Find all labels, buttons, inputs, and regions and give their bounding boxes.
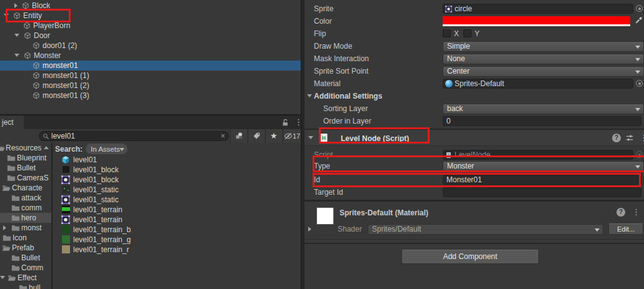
hierarchy-row-entity[interactable]: Entity	[0, 11, 301, 21]
hierarchy-row-playerborn[interactable]: PlayerBorn	[0, 21, 301, 31]
material-preview-thumbnail[interactable]	[316, 207, 334, 225]
order-in-layer-field[interactable]: 0	[443, 116, 641, 126]
hierarchy-row-monster01-1[interactable]: monster01 (1)	[0, 71, 301, 81]
sprite-object-field[interactable]: circle	[443, 4, 633, 14]
asset-row-level01-block-sprite[interactable]: level01_block	[53, 175, 301, 185]
draw-mode-dropdown[interactable]: Simple	[443, 41, 644, 52]
hierarchy-row-block[interactable]: Block	[0, 1, 301, 11]
folder-row-effect[interactable]: Effect	[0, 273, 51, 283]
help-icon[interactable]: ?	[616, 208, 625, 217]
presets-icon[interactable]	[625, 134, 634, 142]
folder-row-monster[interactable]: monst	[0, 223, 51, 233]
asset-row-level01-terrain-b[interactable]: level01_terrain_b	[53, 225, 301, 235]
asset-row-level01-block-tex[interactable]: level01_block	[53, 165, 301, 175]
help-icon[interactable]: ?	[612, 134, 621, 142]
asset-row-level01[interactable]: level01	[53, 155, 301, 165]
hierarchy-row-monster01-3[interactable]: monster01 (3)	[0, 91, 301, 100]
flip-y-checkbox[interactable]	[463, 29, 471, 37]
folder-row-prefab-bullet[interactable]: Bullet	[0, 253, 51, 263]
mask-interaction-dropdown[interactable]: None	[443, 54, 644, 64]
sorting-layer-dropdown[interactable]: back	[443, 104, 644, 114]
search-field[interactable]: ×	[39, 131, 229, 141]
asset-row-level01-static-tex[interactable]: level01_static	[53, 185, 301, 195]
folder-row-attack[interactable]: attack	[0, 193, 51, 203]
sprite-icon	[445, 6, 452, 12]
type-dropdown[interactable]: Monster	[443, 161, 644, 172]
shader-edit-button[interactable]: Edit...	[608, 223, 643, 235]
footer-separator	[304, 243, 644, 244]
search-clear-icon[interactable]: ×	[221, 131, 225, 141]
material-menu-icon[interactable]: ⋮	[632, 207, 640, 217]
mask-interaction-value: None	[447, 54, 465, 63]
collapse-arrow-icon[interactable]	[14, 3, 18, 8]
search-by-type-button[interactable]	[230, 129, 247, 143]
add-component-button[interactable]: Add Component	[401, 250, 539, 264]
component-menu-icon[interactable]: ⋮	[640, 133, 644, 143]
hidden-count-button[interactable]: 17	[283, 129, 301, 143]
gameobject-cube-icon	[33, 82, 40, 89]
hierarchy-row-monster01-2[interactable]: monster01 (2)	[0, 81, 301, 91]
object-picker-icon[interactable]	[636, 80, 643, 87]
folder-row-prefab[interactable]: Prefab	[0, 243, 51, 253]
id-field[interactable]: Monster01	[443, 175, 641, 185]
folder-open-icon	[2, 184, 11, 192]
folder-row-character[interactable]: Characte	[0, 183, 51, 193]
color-swatch[interactable]	[443, 16, 630, 26]
material-foldout-arrow-icon[interactable]	[308, 227, 311, 232]
folder-row-hero-selected[interactable]: hero	[0, 213, 51, 223]
expand-arrow-icon[interactable]	[4, 14, 9, 17]
folder-row-camera[interactable]: CameraS	[0, 173, 51, 183]
lock-open-icon[interactable]	[281, 118, 289, 127]
collapse-arrow-icon[interactable]	[3, 225, 6, 230]
type-value: Monster	[447, 162, 474, 170]
folder-row-prefab-common[interactable]: Comm	[0, 263, 51, 273]
object-picker-icon[interactable]	[636, 5, 643, 12]
foldout-arrow-icon[interactable]	[307, 94, 312, 97]
search-input[interactable]	[51, 132, 208, 140]
flip-x-checkbox[interactable]	[443, 29, 451, 37]
folder-row-bullet[interactable]: Bullet	[0, 163, 51, 173]
expand-arrow-icon[interactable]	[14, 34, 19, 37]
gameobject-cube-icon	[33, 92, 40, 99]
scrollbar-up-icon[interactable]	[44, 146, 49, 149]
folder-icon	[11, 263, 20, 272]
hierarchy-row-door[interactable]: Door	[0, 31, 301, 41]
mask-interaction-label: Mask Interaction	[314, 52, 369, 65]
folder-label: Characte	[12, 183, 43, 193]
foldout-arrow-icon[interactable]	[308, 136, 313, 139]
level-node-header[interactable]: Level Node (Script) ? ⋮	[304, 130, 644, 146]
folder-row-icon[interactable]: Icon	[0, 233, 51, 243]
hierarchy-row-monster01-selected[interactable]: monster01	[0, 61, 301, 71]
hierarchy-row-door01[interactable]: door01 (2)	[0, 41, 301, 51]
folder-row-common[interactable]: comm	[0, 203, 51, 213]
folder-label: monst	[21, 223, 42, 233]
texture-thumbnail-icon	[62, 185, 70, 193]
material-sphere-icon	[445, 80, 453, 87]
folder-row-blueprint[interactable]: Blueprint	[0, 153, 51, 163]
asset-label: level01_terrain_g	[73, 235, 131, 245]
expand-arrow-icon[interactable]	[0, 276, 5, 279]
shader-dropdown[interactable]: Sprites/Default	[368, 224, 603, 235]
asset-row-level01-static-sprite[interactable]: level01_static	[53, 195, 301, 205]
sprite-sort-point-dropdown[interactable]: Center	[443, 66, 644, 77]
asset-row-level01-terrain-tex[interactable]: level01_terrain	[53, 205, 301, 215]
gameobject-cube-icon	[33, 72, 40, 79]
expand-arrow-icon[interactable]	[14, 54, 19, 57]
asset-row-level01-terrain-sprite[interactable]: level01_terrain	[53, 215, 301, 225]
folder-label: Comm	[21, 263, 43, 273]
folder-row-effect-bullet[interactable]: bull	[0, 283, 51, 289]
target-id-field[interactable]	[443, 187, 641, 197]
folder-label: Icon	[13, 233, 27, 243]
tab-project[interactable]: ject	[0, 115, 24, 129]
asset-row-level01-terrain-r[interactable]: level01_terrain_r	[53, 245, 301, 255]
project-tab-strip: ject ⋮	[0, 115, 301, 129]
level-node-title: Level Node (Script)	[341, 134, 409, 144]
csharp-script-icon	[319, 133, 329, 143]
asset-row-level01-terrain-g[interactable]: level01_terrain_g	[53, 235, 301, 245]
texture-thumbnail-icon	[62, 165, 70, 174]
eyedropper-icon[interactable]	[635, 16, 643, 24]
save-search-button[interactable]: ★	[265, 129, 282, 143]
search-by-label-button[interactable]	[248, 129, 264, 143]
material-object-field[interactable]: Sprites-Default	[443, 79, 633, 89]
hierarchy-row-monster[interactable]: Monster	[0, 51, 301, 61]
